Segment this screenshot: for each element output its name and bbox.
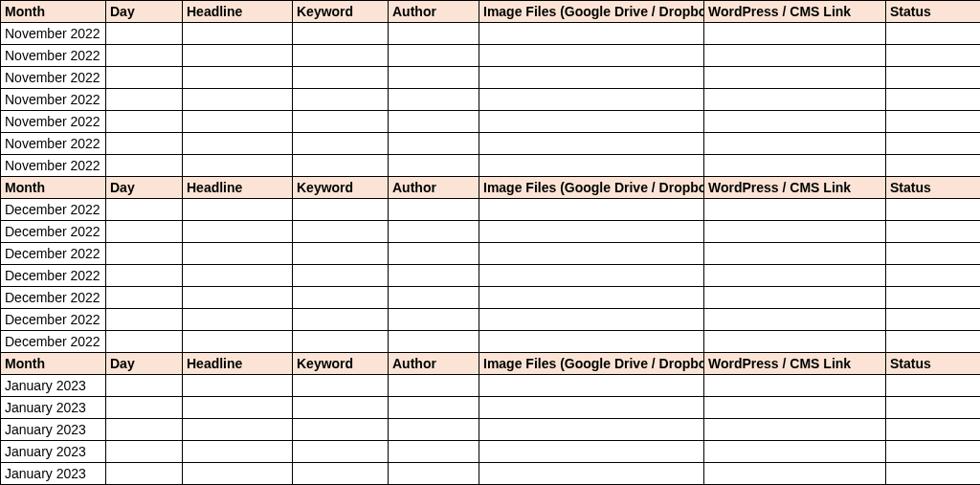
cell-status[interactable] (886, 265, 981, 287)
cell-status[interactable] (886, 243, 981, 265)
cell-headline[interactable] (183, 23, 293, 45)
cell-author[interactable] (389, 331, 479, 353)
cell-wp[interactable] (704, 243, 886, 265)
cell-image[interactable] (479, 375, 704, 397)
cell-image[interactable] (479, 133, 704, 155)
cell-keyword[interactable] (293, 331, 389, 353)
cell-author[interactable] (389, 375, 479, 397)
cell-author[interactable] (389, 23, 479, 45)
cell-wp[interactable] (704, 45, 886, 67)
cell-status[interactable] (886, 89, 981, 111)
cell-image[interactable] (479, 199, 704, 221)
cell-keyword[interactable] (293, 287, 389, 309)
cell-wp[interactable] (704, 375, 886, 397)
cell-wp[interactable] (704, 89, 886, 111)
cell-month[interactable]: November 2022 (1, 155, 106, 177)
cell-wp[interactable] (704, 221, 886, 243)
cell-wp[interactable] (704, 441, 886, 463)
cell-status[interactable] (886, 221, 981, 243)
cell-keyword[interactable] (293, 397, 389, 419)
cell-wp[interactable] (704, 155, 886, 177)
cell-keyword[interactable] (293, 375, 389, 397)
cell-image[interactable] (479, 155, 704, 177)
cell-image[interactable] (479, 243, 704, 265)
cell-wp[interactable] (704, 463, 886, 485)
cell-day[interactable] (106, 23, 183, 45)
cell-status[interactable] (886, 45, 981, 67)
cell-keyword[interactable] (293, 221, 389, 243)
cell-day[interactable] (106, 287, 183, 309)
cell-image[interactable] (479, 441, 704, 463)
cell-status[interactable] (886, 463, 981, 485)
cell-month[interactable]: November 2022 (1, 45, 106, 67)
cell-day[interactable] (106, 221, 183, 243)
cell-status[interactable] (886, 155, 981, 177)
cell-author[interactable] (389, 309, 479, 331)
cell-month[interactable]: December 2022 (1, 199, 106, 221)
cell-wp[interactable] (704, 111, 886, 133)
cell-image[interactable] (479, 111, 704, 133)
cell-keyword[interactable] (293, 309, 389, 331)
cell-month[interactable]: January 2023 (1, 375, 106, 397)
cell-day[interactable] (106, 67, 183, 89)
cell-headline[interactable] (183, 309, 293, 331)
cell-image[interactable] (479, 397, 704, 419)
cell-headline[interactable] (183, 111, 293, 133)
cell-month[interactable]: November 2022 (1, 133, 106, 155)
cell-keyword[interactable] (293, 133, 389, 155)
cell-image[interactable] (479, 67, 704, 89)
cell-author[interactable] (389, 133, 479, 155)
cell-day[interactable] (106, 375, 183, 397)
cell-image[interactable] (479, 419, 704, 441)
cell-status[interactable] (886, 287, 981, 309)
cell-headline[interactable] (183, 463, 293, 485)
cell-status[interactable] (886, 199, 981, 221)
cell-image[interactable] (479, 45, 704, 67)
cell-month[interactable]: January 2023 (1, 397, 106, 419)
cell-author[interactable] (389, 463, 479, 485)
cell-status[interactable] (886, 67, 981, 89)
cell-month[interactable]: November 2022 (1, 67, 106, 89)
cell-headline[interactable] (183, 243, 293, 265)
cell-day[interactable] (106, 155, 183, 177)
cell-wp[interactable] (704, 309, 886, 331)
cell-headline[interactable] (183, 199, 293, 221)
cell-author[interactable] (389, 221, 479, 243)
cell-image[interactable] (479, 265, 704, 287)
cell-month[interactable]: December 2022 (1, 221, 106, 243)
cell-keyword[interactable] (293, 243, 389, 265)
cell-headline[interactable] (183, 441, 293, 463)
cell-status[interactable] (886, 397, 981, 419)
cell-status[interactable] (886, 133, 981, 155)
cell-author[interactable] (389, 111, 479, 133)
cell-day[interactable] (106, 265, 183, 287)
cell-image[interactable] (479, 221, 704, 243)
cell-image[interactable] (479, 287, 704, 309)
cell-author[interactable] (389, 199, 479, 221)
cell-keyword[interactable] (293, 89, 389, 111)
cell-author[interactable] (389, 243, 479, 265)
cell-headline[interactable] (183, 67, 293, 89)
cell-headline[interactable] (183, 265, 293, 287)
cell-month[interactable]: November 2022 (1, 89, 106, 111)
cell-wp[interactable] (704, 397, 886, 419)
cell-wp[interactable] (704, 419, 886, 441)
cell-day[interactable] (106, 133, 183, 155)
cell-day[interactable] (106, 463, 183, 485)
cell-day[interactable] (106, 397, 183, 419)
cell-status[interactable] (886, 111, 981, 133)
cell-month[interactable]: December 2022 (1, 265, 106, 287)
cell-keyword[interactable] (293, 155, 389, 177)
cell-author[interactable] (389, 397, 479, 419)
cell-day[interactable] (106, 419, 183, 441)
cell-month[interactable]: November 2022 (1, 23, 106, 45)
cell-keyword[interactable] (293, 199, 389, 221)
cell-headline[interactable] (183, 155, 293, 177)
cell-headline[interactable] (183, 419, 293, 441)
cell-wp[interactable] (704, 287, 886, 309)
cell-status[interactable] (886, 419, 981, 441)
cell-day[interactable] (106, 243, 183, 265)
cell-headline[interactable] (183, 331, 293, 353)
cell-keyword[interactable] (293, 265, 389, 287)
cell-image[interactable] (479, 463, 704, 485)
